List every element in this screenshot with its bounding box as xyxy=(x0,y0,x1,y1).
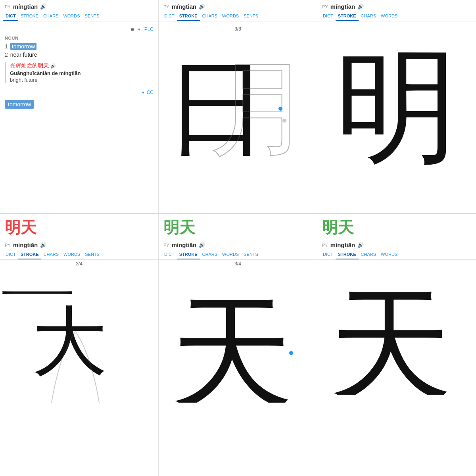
pinyin-3: míngtiān xyxy=(330,3,355,10)
panel-header-3: PY míngtiān 🔊 xyxy=(317,0,476,12)
big-stroke-canvas-br: 天 xyxy=(317,260,476,395)
cc-controls: ▼ CC xyxy=(5,87,154,98)
tab-stroke-bl[interactable]: STROKE xyxy=(18,250,41,259)
tomorrow-badge: tomorrow xyxy=(5,98,154,109)
tab-words-1[interactable]: WORDS xyxy=(61,12,82,21)
stroke-canvas-2: 明 xyxy=(322,25,471,191)
def-text-2: near future xyxy=(10,52,37,58)
bottom-panel-left: 明天 PY míngtiān 🔊 DICT STROKE CHARS WORDS… xyxy=(0,214,159,476)
bottom-panel-middle: 明天 PY míngtiān 🔊 DICT STROKE CHARS WORDS… xyxy=(159,214,317,476)
example-pinyin: Guānghuīcànlàn de míngtiān xyxy=(10,70,154,76)
bottom-panel-right: 明天 PY míngtiān 🔊 DICT STROKE CHARS WORDS… xyxy=(317,214,476,476)
plc-arrow: ▼ xyxy=(137,27,141,32)
stroke-dot-gray-1 xyxy=(282,119,286,123)
pinyin-br: míngtiān xyxy=(330,242,355,248)
cc-button[interactable]: CC xyxy=(147,90,154,95)
pinyin-1: míngtiān xyxy=(13,3,38,10)
tab-dict-3[interactable]: DICT xyxy=(321,12,336,21)
stroke-count-1: 3/8 xyxy=(163,25,312,33)
tab-sents-bm[interactable]: SENTS xyxy=(241,250,261,259)
filter-icon[interactable]: ≡ xyxy=(131,26,134,33)
panel-header-2: PY míngtiān 🔊 xyxy=(159,0,317,12)
big-stroke-canvas-bm: 天 xyxy=(159,268,317,403)
stroke-content-1: 3/8 日 月 xyxy=(159,21,317,187)
def-text-1: tomorrow xyxy=(10,43,36,50)
nav-tabs-bm: DICT STROKE CHARS WORDS SENTS xyxy=(159,250,317,260)
tab-words-3[interactable]: WORDS xyxy=(378,12,400,21)
cc-arrow: ▼ xyxy=(141,90,145,95)
tab-stroke-br[interactable]: STROKE xyxy=(336,250,359,259)
tab-dict-br[interactable]: DICT xyxy=(321,250,336,259)
tab-chars-1[interactable]: CHARS xyxy=(41,12,61,21)
example-chinese: 光辉灿烂的明天 🔊 xyxy=(10,62,154,69)
py-label-bl: PY xyxy=(5,243,11,248)
example-bold-char: 明天 xyxy=(38,62,49,69)
def-num-2: 2 xyxy=(5,52,8,58)
stroke-count-bm: 3/4 xyxy=(159,260,317,268)
audio-icon-bl[interactable]: 🔊 xyxy=(40,242,46,248)
tab-chars-bm[interactable]: CHARS xyxy=(200,250,220,259)
tab-sents-bl[interactable]: SENTS xyxy=(83,250,102,259)
tab-sents-1[interactable]: SENTS xyxy=(83,12,102,21)
tab-stroke-1[interactable]: STROKE xyxy=(18,12,41,21)
nav-tabs-bl: DICT STROKE CHARS WORDS SENTS xyxy=(0,250,158,260)
nav-tabs-2: DICT STROKE CHARS WORDS SENTS xyxy=(159,12,317,21)
tab-chars-br[interactable]: CHARS xyxy=(359,250,379,259)
audio-icon-br[interactable]: 🔊 xyxy=(357,242,364,248)
definition-2: 2 near future xyxy=(5,52,154,58)
tab-chars-bl[interactable]: CHARS xyxy=(41,250,61,259)
panel-header-1: PY míngtiān 🔊 xyxy=(0,0,158,12)
tab-dict-bm[interactable]: DICT xyxy=(162,250,177,259)
tab-words-bm[interactable]: WORDS xyxy=(220,250,241,259)
definition-1: 1 tomorrow xyxy=(5,43,154,50)
panel-header-bl: PY míngtiān 🔊 xyxy=(0,238,158,250)
big-stroke-canvas-bl: 一 大 xyxy=(0,268,158,403)
tab-sents-2[interactable]: SENTS xyxy=(241,12,261,21)
example-chinese-text: 光辉灿烂的 xyxy=(10,62,38,69)
nav-tabs-3: DICT STROKE CHARS WORDS xyxy=(317,12,476,21)
tab-words-bl[interactable]: WORDS xyxy=(61,250,83,259)
stroke-panel-2: PY míngtiān 🔊 DICT STROKE CHARS WORDS 明 xyxy=(317,0,476,214)
nav-tabs-1: DICT STROKE CHARS WORDS SENTS xyxy=(0,12,158,21)
py-label-1: PY xyxy=(5,4,11,9)
audio-icon-2[interactable]: 🔊 xyxy=(199,4,205,10)
dict-content: ≡ ▼ PLC NOUN 1 tomorrow 2 near future 光辉… xyxy=(0,21,158,112)
tab-stroke-bm[interactable]: STROKE xyxy=(177,250,200,259)
tab-dict-1[interactable]: DICT xyxy=(3,12,18,21)
noun-label: NOUN xyxy=(5,36,154,40)
example-pinyin-text: Guānghuīcànlàn de míngtiān xyxy=(10,70,81,76)
dict-panel: PY míngtiān 🔊 DICT STROKE CHARS WORDS SE… xyxy=(0,0,159,214)
tian-outline-bl xyxy=(44,331,107,403)
plc-button[interactable]: PLC xyxy=(144,27,154,32)
audio-icon-1[interactable]: 🔊 xyxy=(40,4,46,10)
tab-stroke-2[interactable]: STROKE xyxy=(177,12,200,21)
py-label-2: PY xyxy=(163,4,169,9)
tab-words-2[interactable]: WORDS xyxy=(220,12,241,21)
pinyin-2: míngtiān xyxy=(172,3,197,10)
example-audio-icon[interactable]: 🔊 xyxy=(50,63,56,68)
tian-full-br: 天 xyxy=(329,264,452,395)
pinyin-bm: míngtiān xyxy=(172,242,197,248)
char-title-left: 明天 xyxy=(0,214,158,238)
tab-chars-2[interactable]: CHARS xyxy=(200,12,220,21)
dict-controls: ≡ ▼ PLC xyxy=(5,25,154,36)
py-label-3: PY xyxy=(322,4,328,9)
audio-icon-3[interactable]: 🔊 xyxy=(357,4,364,10)
tab-dict-bl[interactable]: DICT xyxy=(3,250,18,259)
stroke-canvas-1: 日 月 xyxy=(163,33,312,184)
char-title-mid: 明天 xyxy=(159,214,317,238)
tab-chars-3[interactable]: CHARS xyxy=(359,12,379,21)
tab-dict-2[interactable]: DICT xyxy=(162,12,177,21)
char-right-outline: 月 xyxy=(209,57,312,160)
stroke-panel-1: PY míngtiān 🔊 DICT STROKE CHARS WORDS SE… xyxy=(159,0,317,214)
char-title-right: 明天 xyxy=(317,214,476,238)
panel-header-br: PY míngtiān 🔊 xyxy=(317,238,476,250)
tian-full-bm: 天 xyxy=(171,272,294,403)
stroke-content-2: 明 xyxy=(317,21,476,194)
tab-stroke-3[interactable]: STROKE xyxy=(336,12,359,21)
stroke-count-bl: 2/4 xyxy=(0,260,158,268)
tab-words-br[interactable]: WORDS xyxy=(378,250,400,259)
def-num-1: 1 xyxy=(5,43,8,50)
stroke-dot-bm xyxy=(289,351,293,355)
audio-icon-bm[interactable]: 🔊 xyxy=(199,242,205,248)
